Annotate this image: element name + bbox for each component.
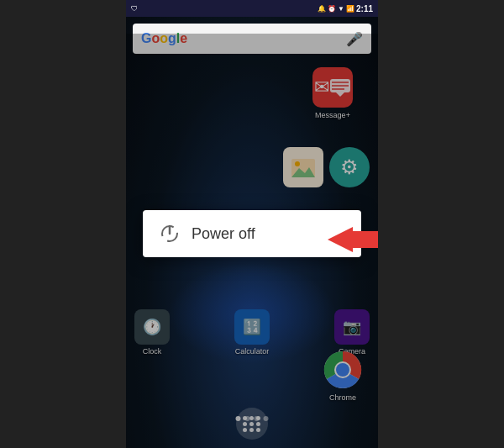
signal-bars-icon: 📶 (346, 5, 354, 13)
clock-display: 2:11 (356, 4, 373, 13)
vibrate-icon: 🔔 (318, 5, 326, 13)
alarm-icon: ⏰ (328, 5, 336, 13)
wallpaper: Google 🎤 Message+ (126, 17, 378, 448)
status-icons-left: 🛡 (131, 5, 138, 13)
outer-container: 🛡 🔔 ⏰ ▼ 📶 2:11 Google 🎤 (0, 0, 504, 448)
status-icons-right: 🔔 ⏰ ▼ 📶 2:11 (318, 4, 373, 13)
signal-icon: ▼ (338, 5, 344, 13)
red-arrow-indicator (328, 227, 378, 252)
shield-icon: 🛡 (131, 5, 138, 13)
phone-screen: 🛡 🔔 ⏰ ▼ 📶 2:11 Google 🎤 (126, 0, 378, 448)
power-off-label: Power off (192, 225, 344, 243)
power-icon (160, 224, 180, 244)
status-bar: 🛡 🔔 ⏰ ▼ 📶 2:11 (126, 0, 378, 17)
svg-marker-10 (328, 227, 378, 252)
